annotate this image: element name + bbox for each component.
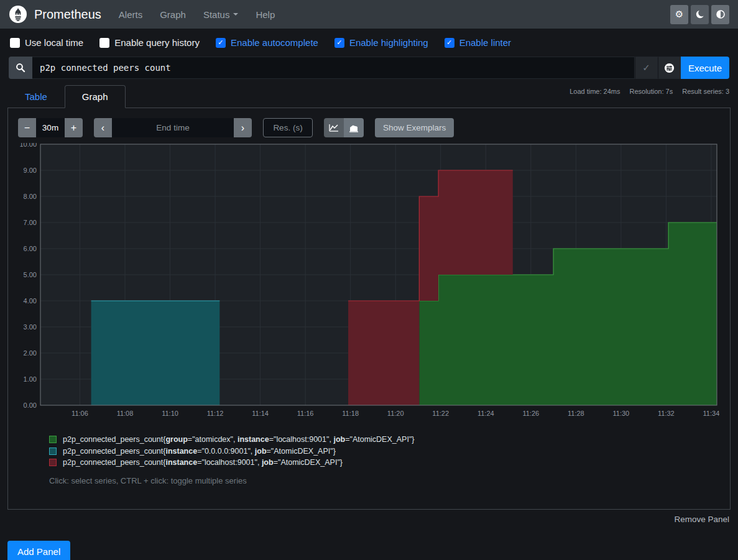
nav-link-alerts[interactable]: Alerts: [119, 9, 142, 20]
graph-panel: − + ‹ › Show Ex: [7, 108, 731, 510]
option-use-local-time[interactable]: Use local time: [10, 37, 83, 48]
option-label: Enable linter: [459, 37, 511, 48]
resolution: Resolution: 7s: [629, 88, 673, 95]
series-selector: p2p_connected_peers_count{instance="0.0.…: [63, 446, 336, 457]
chart-area: 0.001.002.003.004.005.006.007.008.009.00…: [18, 143, 720, 421]
svg-text:7.00: 7.00: [24, 219, 37, 226]
brand[interactable]: Prometheus: [9, 5, 101, 24]
legend-hint: Click: select series, CTRL + click: togg…: [49, 476, 720, 485]
line-graph-icon: [329, 124, 339, 132]
svg-text:8.00: 8.00: [24, 193, 37, 200]
legend: p2p_connected_peers_count{group="atomicd…: [49, 434, 720, 469]
checkbox-checked-icon[interactable]: ✓: [334, 38, 344, 48]
legend-series[interactable]: p2p_connected_peers_count{instance="loca…: [49, 457, 720, 469]
metrics-explorer-icon: [664, 63, 675, 73]
svg-text:11:22: 11:22: [432, 410, 449, 417]
end-time-input[interactable]: [112, 118, 234, 137]
prometheus-logo-icon: [9, 5, 27, 24]
search-addon: [9, 57, 32, 79]
chevron-left-icon: ‹: [101, 122, 104, 134]
svg-text:11:26: 11:26: [522, 410, 539, 417]
series-swatch-icon: [49, 436, 57, 443]
svg-text:11:30: 11:30: [613, 410, 630, 417]
svg-text:11:18: 11:18: [342, 410, 359, 417]
query-validate-button[interactable]: ✓: [635, 57, 658, 79]
checkbox-checked-icon[interactable]: ✓: [445, 38, 454, 48]
add-panel-button[interactable]: Add Panel: [7, 541, 70, 560]
moon-icon: [695, 9, 705, 19]
tab-graph[interactable]: Graph: [65, 85, 126, 108]
auto-theme-button[interactable]: [711, 5, 729, 24]
svg-text:10.00: 10.00: [19, 143, 37, 148]
svg-text:5.00: 5.00: [24, 271, 37, 278]
chevron-down-icon: [233, 13, 238, 16]
checkbox-icon[interactable]: [99, 38, 109, 48]
range-group: − +: [18, 118, 83, 137]
svg-text:11:34: 11:34: [703, 410, 719, 417]
search-icon: [16, 63, 25, 73]
series-selector: p2p_connected_peers_count{group="atomicd…: [63, 434, 415, 446]
options-row: Use local timeEnable query history✓Enabl…: [0, 29, 738, 55]
navbar: Prometheus AlertsGraphStatusHelp ⚙: [0, 0, 738, 29]
svg-text:1.00: 1.00: [24, 375, 37, 383]
svg-text:11:24: 11:24: [477, 410, 494, 417]
option-enable-query-history[interactable]: Enable query history: [99, 37, 200, 48]
tab-table[interactable]: Table: [7, 85, 65, 108]
nav-links: AlertsGraphStatusHelp: [119, 9, 275, 20]
contrast-icon: [716, 9, 726, 19]
svg-text:3.00: 3.00: [24, 323, 37, 331]
metrics-explorer-button[interactable]: [658, 57, 681, 79]
legend-series[interactable]: p2p_connected_peers_count{instance="0.0.…: [49, 446, 720, 457]
time-back-button[interactable]: ‹: [94, 118, 112, 137]
execute-button[interactable]: Execute: [681, 57, 729, 79]
remove-panel-link[interactable]: Remove Panel: [674, 515, 729, 524]
svg-text:0.00: 0.00: [24, 402, 37, 409]
settings-button[interactable]: ⚙: [670, 5, 688, 24]
option-enable-highlighting[interactable]: ✓Enable highlighting: [334, 37, 428, 48]
resolution-input[interactable]: [263, 118, 313, 137]
stacked-graph-button[interactable]: [344, 118, 364, 137]
nav-link-help[interactable]: Help: [256, 9, 275, 20]
navbar-actions: ⚙: [670, 5, 729, 24]
legend-series[interactable]: p2p_connected_peers_count{group="atomicd…: [49, 434, 720, 446]
load-time: Load time: 24ms: [570, 88, 620, 95]
option-enable-autocomplete[interactable]: ✓Enable autocomplete: [216, 37, 318, 48]
nav-link-status[interactable]: Status: [203, 9, 239, 20]
graph-controls: − + ‹ › Show Ex: [18, 118, 720, 137]
option-label: Enable highlighting: [349, 37, 428, 48]
graph-mode-group: [324, 118, 364, 137]
svg-text:11:20: 11:20: [387, 410, 404, 417]
graph-canvas[interactable]: 0.001.002.003.004.005.006.007.008.009.00…: [18, 143, 719, 421]
checkbox-checked-icon[interactable]: ✓: [216, 38, 226, 48]
svg-text:11:10: 11:10: [162, 410, 178, 417]
series-swatch-icon: [49, 448, 57, 455]
svg-text:11:06: 11:06: [71, 410, 88, 417]
svg-text:9.00: 9.00: [24, 167, 37, 174]
plus-icon: +: [71, 122, 76, 134]
option-label: Enable query history: [114, 37, 200, 48]
chevron-right-icon: ›: [241, 122, 244, 134]
svg-text:11:08: 11:08: [117, 410, 134, 417]
query-input[interactable]: [32, 57, 635, 79]
range-increase-button[interactable]: +: [65, 118, 83, 137]
series-selector: p2p_connected_peers_count{instance="loca…: [63, 457, 343, 469]
query-stats: Load time: 24ms Resolution: 7s Result se…: [570, 88, 729, 95]
svg-text:11:12: 11:12: [207, 410, 224, 417]
dark-theme-button[interactable]: [691, 5, 709, 24]
show-exemplars-button[interactable]: Show Exemplars: [375, 118, 454, 137]
checkbox-icon[interactable]: [10, 38, 20, 48]
line-graph-button[interactable]: [324, 118, 344, 137]
option-label: Enable autocomplete: [231, 37, 318, 48]
gear-icon: ⚙: [675, 9, 683, 20]
range-input[interactable]: [36, 118, 65, 137]
range-decrease-button[interactable]: −: [18, 118, 36, 137]
app-title: Prometheus: [34, 7, 101, 22]
nav-link-graph[interactable]: Graph: [160, 9, 186, 20]
option-enable-linter[interactable]: ✓Enable linter: [445, 37, 511, 48]
stacked-graph-icon: [349, 124, 359, 132]
time-forward-button[interactable]: ›: [234, 118, 252, 137]
option-label: Use local time: [25, 37, 83, 48]
check-icon: ✓: [642, 62, 650, 73]
svg-text:11:32: 11:32: [658, 410, 675, 417]
svg-text:2.00: 2.00: [24, 349, 37, 357]
